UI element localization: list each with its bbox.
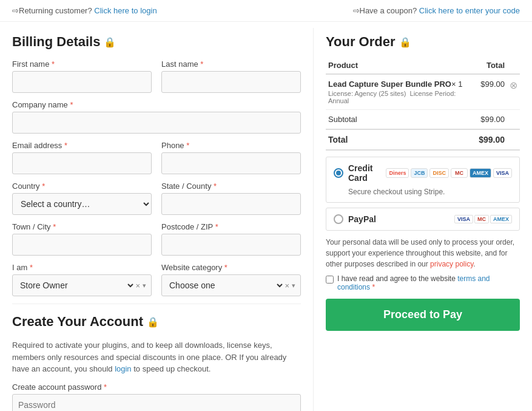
col-product: Product bbox=[326, 57, 476, 74]
mastercard-icon: MC bbox=[451, 168, 468, 178]
i-am-select-wrap[interactable]: Store Owner × ▾ bbox=[12, 274, 152, 296]
table-row: Lead Capture Super Bundle PRO× 1 License… bbox=[326, 74, 520, 110]
website-category-clear-btn[interactable]: × bbox=[285, 281, 289, 290]
state-input[interactable] bbox=[161, 193, 301, 215]
phone-label: Phone * bbox=[161, 141, 301, 150]
order-title: Your Order 🔒 bbox=[326, 34, 520, 50]
coupon-bar: ⇨Have a coupon? Click here to enter your… bbox=[353, 6, 520, 15]
diners-icon: Diners bbox=[386, 168, 409, 178]
privacy-policy-link[interactable]: privacy policy bbox=[430, 260, 473, 268]
last-name-input[interactable] bbox=[161, 71, 301, 93]
create-account-lock-icon: 🔒 bbox=[147, 316, 159, 328]
website-category-select[interactable]: Choose one bbox=[167, 274, 285, 296]
billing-title: Billing Details 🔒 bbox=[12, 34, 301, 50]
postcode-input[interactable] bbox=[161, 234, 301, 256]
total-label: Total bbox=[326, 129, 476, 150]
email-group: Email address * bbox=[12, 141, 152, 174]
order-lock-icon: 🔒 bbox=[399, 36, 411, 48]
jcb-icon: JCB bbox=[411, 168, 428, 178]
password-label: Create account password * bbox=[12, 382, 301, 392]
password-group: Create account password * bbox=[12, 382, 301, 412]
proceed-to-pay-button[interactable]: Proceed to Pay bbox=[326, 299, 520, 331]
subtotal-value: $99.00 bbox=[476, 110, 507, 130]
create-account-section: Create Your Account 🔒 Required to activa… bbox=[12, 314, 301, 411]
phone-group: Phone * bbox=[161, 141, 301, 174]
paypal-radio[interactable] bbox=[334, 214, 343, 224]
company-name-label: Company name * bbox=[12, 100, 301, 109]
top-bar: ⇨Returning customer? Click here to login… bbox=[0, 0, 532, 22]
town-group: Town / City * bbox=[12, 222, 152, 256]
card-icons: Diners JCB DISC MC AMEX VISA bbox=[386, 168, 512, 178]
amex-icon: AMEX bbox=[470, 168, 491, 178]
first-name-label: First name * bbox=[12, 59, 152, 69]
state-label: State / County * bbox=[161, 182, 301, 191]
company-name-input[interactable] bbox=[12, 112, 301, 134]
town-input[interactable] bbox=[12, 234, 152, 256]
returning-customer-bar: ⇨Returning customer? Click here to login bbox=[12, 6, 157, 15]
website-category-group: Website category * Choose one × ▾ bbox=[161, 263, 301, 296]
state-group: State / County * bbox=[161, 182, 301, 215]
payment-section: Credit Card Diners JCB DISC MC AMEX VISA… bbox=[326, 157, 520, 231]
account-login-link[interactable]: login bbox=[115, 364, 131, 373]
subtotal-row: Subtotal $99.00 bbox=[326, 110, 520, 130]
create-account-title: Create Your Account 🔒 bbox=[12, 314, 301, 330]
last-name-label: Last name * bbox=[161, 59, 301, 69]
paypal-option[interactable]: PayPal VISA MC AMEX bbox=[326, 208, 520, 231]
product-meta: License: Agency (25 sites) License Perio… bbox=[328, 90, 474, 104]
remove-cell: ⊗ bbox=[507, 74, 520, 110]
paypal-card-icons: VISA MC AMEX bbox=[454, 215, 512, 223]
product-price: $99.00 bbox=[476, 74, 507, 110]
total-row: Total $99.00 bbox=[326, 129, 520, 150]
website-category-arrow-icon: ▾ bbox=[292, 282, 295, 290]
returning-prefix: ⇨Returning customer? bbox=[12, 6, 94, 15]
phone-input[interactable] bbox=[161, 152, 301, 174]
login-link[interactable]: Click here to login bbox=[94, 6, 157, 15]
privacy-text: Your personal data will be used only to … bbox=[326, 237, 520, 270]
product-name: Lead Capture Super Bundle PRO bbox=[328, 80, 451, 89]
credit-card-label: Credit Card bbox=[348, 163, 381, 183]
visa-icon: VISA bbox=[493, 168, 512, 178]
paypal-label: PayPal bbox=[348, 214, 450, 224]
create-account-description: Required to activate your plugins, and t… bbox=[12, 339, 301, 375]
paypal-mc-icon: MC bbox=[474, 215, 489, 223]
postcode-label: Postcode / ZIP * bbox=[161, 222, 301, 231]
paypal-visa-icon: VISA bbox=[454, 215, 473, 223]
i-am-clear-btn[interactable]: × bbox=[135, 281, 140, 290]
total-value: $99.00 bbox=[476, 129, 507, 150]
terms-row: I have read and agree to the website ter… bbox=[326, 274, 520, 291]
last-name-group: Last name * bbox=[161, 59, 301, 93]
terms-checkbox[interactable] bbox=[326, 276, 334, 284]
i-am-group: I am * Store Owner × ▾ bbox=[12, 263, 152, 296]
country-group: Country * Select a country… bbox=[12, 182, 152, 215]
email-input[interactable] bbox=[12, 152, 152, 174]
credit-card-option[interactable]: Credit Card Diners JCB DISC MC AMEX VISA… bbox=[326, 157, 520, 203]
website-category-label: Website category * bbox=[161, 263, 301, 272]
stripe-text: Secure checkout using Stripe. bbox=[334, 188, 512, 196]
remove-item-btn[interactable]: ⊗ bbox=[510, 80, 517, 90]
postcode-group: Postcode / ZIP * bbox=[161, 222, 301, 256]
terms-text: I have read and agree to the website ter… bbox=[337, 274, 520, 291]
paypal-amex-icon: AMEX bbox=[490, 215, 512, 223]
coupon-link[interactable]: Click here to enter your code bbox=[419, 6, 520, 15]
col-total: Total bbox=[476, 57, 507, 74]
credit-card-radio[interactable] bbox=[334, 168, 343, 178]
coupon-prefix: ⇨Have a coupon? bbox=[353, 6, 419, 15]
order-table: Product Total Lead Capture Super Bundle … bbox=[326, 57, 520, 151]
billing-section: Billing Details 🔒 First name * Last name… bbox=[0, 28, 314, 411]
billing-lock-icon: 🔒 bbox=[104, 36, 116, 48]
password-input[interactable] bbox=[12, 394, 301, 412]
product-cell: Lead Capture Super Bundle PRO× 1 License… bbox=[326, 74, 476, 110]
email-label: Email address * bbox=[12, 141, 152, 150]
country-select[interactable]: Select a country… bbox=[12, 193, 152, 215]
i-am-select[interactable]: Store Owner bbox=[18, 274, 135, 296]
i-am-label: I am * bbox=[12, 263, 152, 272]
website-category-select-wrap[interactable]: Choose one × ▾ bbox=[161, 274, 301, 296]
order-section: Your Order 🔒 Product Total Lead Capture … bbox=[314, 28, 532, 411]
first-name-input[interactable] bbox=[12, 71, 152, 93]
subtotal-label: Subtotal bbox=[326, 110, 476, 130]
discover-icon: DISC bbox=[429, 168, 449, 178]
company-name-group: Company name * bbox=[12, 100, 301, 134]
town-label: Town / City * bbox=[12, 222, 152, 231]
country-label: Country * bbox=[12, 182, 152, 191]
first-name-group: First name * bbox=[12, 59, 152, 93]
